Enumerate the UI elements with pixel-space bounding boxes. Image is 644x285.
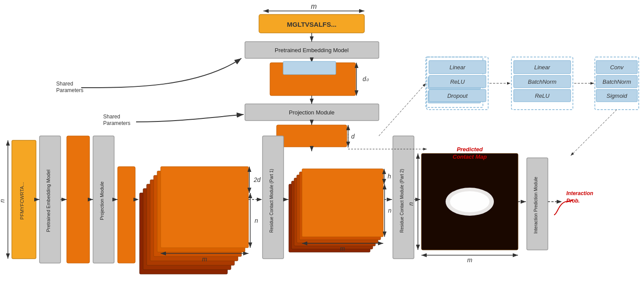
contact-map-label2: Contact Map (453, 153, 487, 160)
svg-rect-36 (67, 136, 90, 263)
sigmoid-conv: Sigmoid (607, 93, 628, 99)
shared-params1-label: Shared (56, 81, 73, 87)
label-d0-top: d₀ (363, 75, 369, 82)
svg-line-70 (571, 110, 617, 156)
sequence-text-top: MGLTVSALFS... (287, 21, 336, 28)
contact-map-label: Predicted (457, 146, 483, 153)
shared-params2-label2: Parameters (103, 120, 130, 126)
linear2-a: Linear (534, 64, 550, 71)
pretrained-top-label: Pretrained Embedding Model (275, 47, 349, 53)
label-n-left: n (0, 199, 6, 203)
svg-point-63 (450, 191, 489, 212)
shared-params2-label: Shared (103, 114, 120, 120)
label-h: h (388, 173, 391, 180)
linear1-a: Linear (450, 64, 466, 71)
dropout-a: Dropout (447, 93, 468, 99)
label-m-top: m (311, 3, 317, 10)
svg-rect-13 (277, 125, 347, 147)
conv-a: Conv (610, 64, 624, 71)
svg-rect-17 (283, 61, 336, 75)
projection-top-label: Projection Module (289, 109, 335, 116)
interaction-pred-label: Interaction Prediction Module (533, 177, 538, 234)
label-n-part1: n (388, 207, 392, 214)
projection-left-label: Projection Module (99, 182, 104, 220)
shared-params1-label2: Parameters (56, 87, 83, 93)
relu1-a: ReLU (450, 78, 465, 85)
svg-rect-56 (302, 169, 383, 237)
label-d-top: d (351, 133, 355, 140)
svg-line-67 (379, 83, 426, 136)
interaction-prob-label2: Prob. (566, 198, 580, 204)
label-m-map: m (467, 256, 472, 264)
residue1-label: Residue Contact Module (Part 1) (269, 169, 274, 233)
label-m-part1: m (340, 245, 345, 252)
label-2d: 2d (253, 176, 261, 183)
svg-rect-46 (161, 167, 248, 248)
architecture-diagram: m MGLTVSALFS... Pretrained Embedding Mod… (0, 0, 644, 285)
sequence-left-label: PFMYFCWRTA... (19, 182, 25, 220)
relu2-a: ReLU (535, 93, 550, 99)
residue2-label: Residue Contact Module (Part 2) (399, 169, 404, 233)
batchnorm2-a: BatchNorm (528, 78, 556, 85)
label-n-map: n (407, 202, 414, 206)
batchnorm-conv: BatchNorm (602, 78, 631, 85)
pretrained-left-label: Pretrained Embedding Model (46, 170, 51, 232)
label-n-stack: n (255, 217, 258, 224)
svg-rect-39 (118, 167, 135, 263)
label-m-stack: m (202, 256, 207, 263)
interaction-prob-label: Interaction (566, 190, 593, 196)
